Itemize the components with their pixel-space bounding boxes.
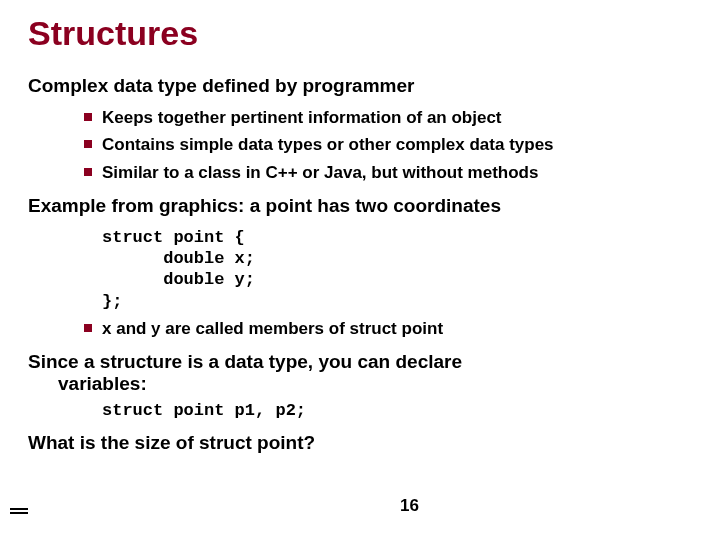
- section-heading: Example from graphics: a point has two c…: [28, 195, 692, 217]
- slide-title: Structures: [28, 14, 692, 53]
- question-text: What is the size of struct point?: [28, 432, 692, 454]
- decor-line: [10, 508, 28, 510]
- section-example: Example from graphics: a point has two c…: [28, 195, 692, 339]
- section-complex-type: Complex data type defined by programmer …: [28, 75, 692, 183]
- section-heading-line2: variables:: [28, 373, 692, 395]
- decor-line: [10, 512, 28, 514]
- slide: Structures Complex data type defined by …: [0, 0, 720, 540]
- bullet-item: x and y are called members of struct poi…: [28, 318, 692, 339]
- code-block: struct point p1, p2;: [102, 401, 692, 420]
- bullet-item: Contains simple data types or other comp…: [28, 134, 692, 155]
- section-declare: Since a structure is a data type, you ca…: [28, 351, 692, 420]
- page-number: 16: [400, 496, 419, 516]
- section-heading: Complex data type defined by programmer: [28, 75, 692, 97]
- section-heading-line1: Since a structure is a data type, you ca…: [28, 351, 692, 373]
- bullet-item: Keeps together pertinent information of …: [28, 107, 692, 128]
- code-block: struct point { double x; double y; };: [102, 227, 692, 312]
- bullet-item: Similar to a class in C++ or Java, but w…: [28, 162, 692, 183]
